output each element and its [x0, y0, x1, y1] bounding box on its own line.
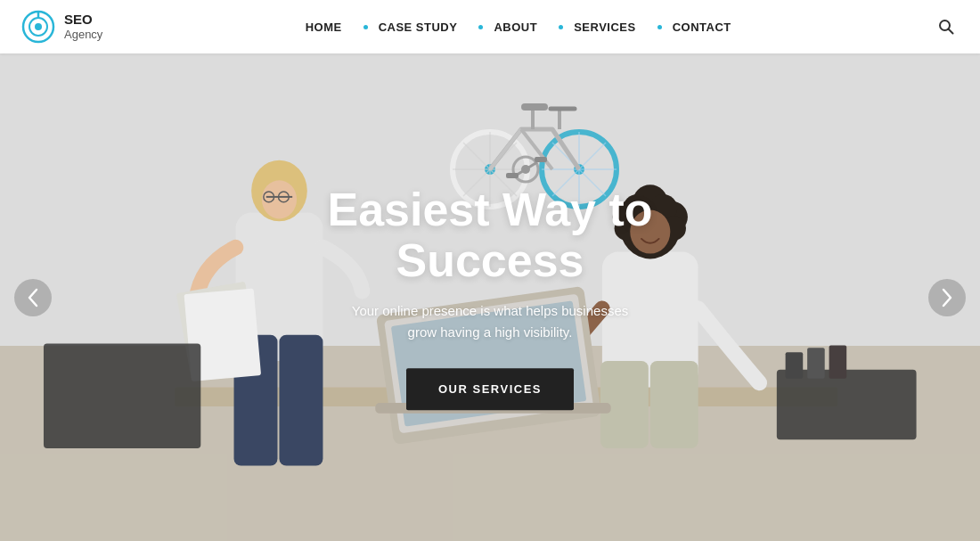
cta-button[interactable]: OUR SERVICES — [406, 368, 574, 410]
carousel-prev-button[interactable] — [14, 279, 52, 316]
nav-contact[interactable]: CONTACT — [662, 20, 742, 34]
main-nav: HOME CASE STUDY ABOUT SERVICES CONTACT — [295, 20, 742, 34]
hero-content: Easiest Way to Success Your online prese… — [303, 184, 677, 410]
chevron-left-icon — [27, 288, 39, 307]
nav-about[interactable]: ABOUT — [483, 20, 548, 34]
svg-point-2 — [35, 23, 42, 30]
svg-line-5 — [949, 29, 953, 34]
carousel-next-button[interactable] — [928, 279, 966, 316]
logo-text: SEO Agency — [64, 12, 102, 42]
hero-section: Easiest Way to Success Your online prese… — [0, 53, 980, 541]
header: SEO Agency HOME CASE STUDY ABOUT SERVICE… — [0, 0, 980, 53]
nav-services[interactable]: SERVICES — [563, 20, 647, 34]
hero-title: Easiest Way to Success — [303, 184, 677, 286]
nav-home[interactable]: HOME — [295, 20, 353, 34]
chevron-right-icon — [941, 288, 953, 307]
search-button[interactable] — [934, 14, 959, 39]
search-icon — [937, 18, 955, 36]
hero-subtitle: Your online presence is what helps busin… — [303, 300, 677, 343]
nav-case-study[interactable]: CASE STUDY — [368, 20, 469, 34]
logo-agency: Agency — [64, 28, 102, 42]
logo-seo: SEO — [64, 12, 102, 28]
logo[interactable]: SEO Agency — [21, 10, 102, 44]
logo-icon — [21, 10, 55, 44]
